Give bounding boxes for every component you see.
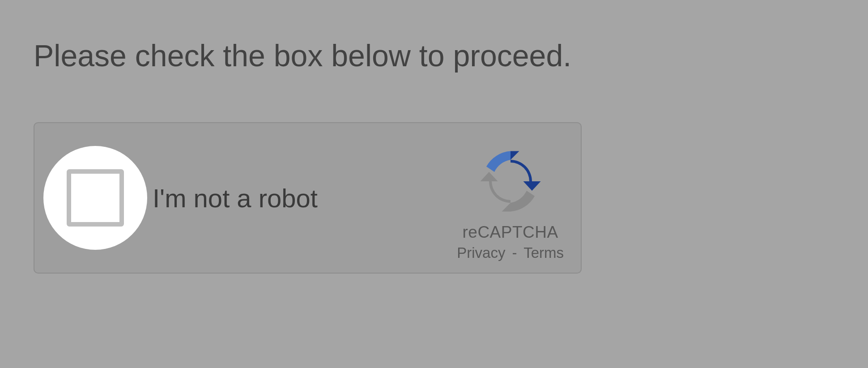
recaptcha-logo-icon xyxy=(477,148,544,215)
captcha-left-section: I'm not a robot xyxy=(43,146,318,250)
recaptcha-brand-text: reCAPTCHA xyxy=(463,223,558,242)
privacy-link[interactable]: Privacy xyxy=(457,244,505,261)
recaptcha-legal-links: Privacy - Terms xyxy=(457,244,564,261)
legal-separator: - xyxy=(512,244,517,261)
terms-link[interactable]: Terms xyxy=(523,244,564,261)
captcha-branding-section: reCAPTCHA Privacy - Terms xyxy=(457,134,564,261)
recaptcha-checkbox[interactable] xyxy=(67,169,124,227)
checkbox-highlight-circle xyxy=(43,146,147,250)
recaptcha-widget: I'm not a robot reCAPTCHA Privacy - Term… xyxy=(34,122,582,274)
not-a-robot-label: I'm not a robot xyxy=(153,183,318,213)
instruction-text: Please check the box below to proceed. xyxy=(34,38,834,73)
